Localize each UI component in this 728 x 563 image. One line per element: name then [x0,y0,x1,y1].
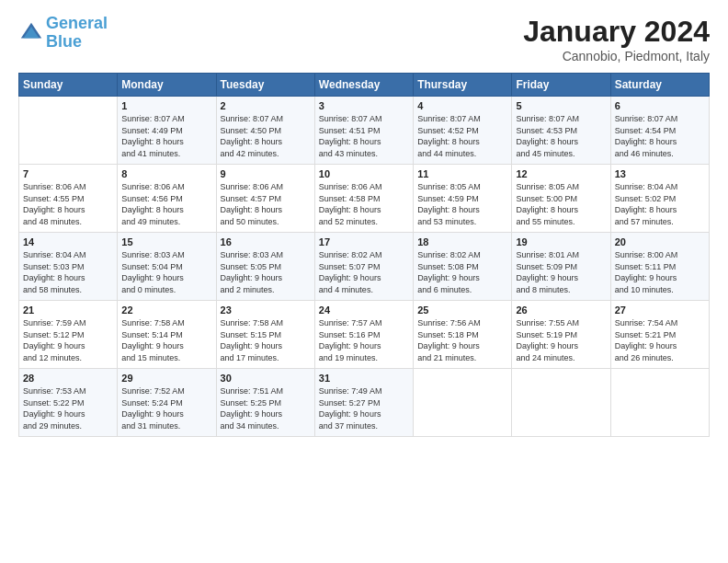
header: General Blue January 2024 Cannobio, Pied… [18,15,710,63]
calendar-cell: 10Sunrise: 8:06 AM Sunset: 4:58 PM Dayli… [314,165,413,233]
calendar-cell: 26Sunrise: 7:55 AM Sunset: 5:19 PM Dayli… [512,301,610,369]
week-row-2: 7Sunrise: 8:06 AM Sunset: 4:55 PM Daylig… [19,165,710,233]
day-info: Sunrise: 7:49 AM Sunset: 5:27 PM Dayligh… [319,385,409,431]
week-row-5: 28Sunrise: 7:53 AM Sunset: 5:22 PM Dayli… [19,369,710,437]
day-number: 19 [516,236,606,247]
day-number: 28 [23,373,113,384]
day-number: 3 [319,100,409,111]
header-cell-tuesday: Tuesday [216,74,314,97]
calendar-cell: 6Sunrise: 8:07 AM Sunset: 4:54 PM Daylig… [610,97,709,165]
day-info: Sunrise: 8:07 AM Sunset: 4:50 PM Dayligh… [221,113,311,159]
day-info: Sunrise: 8:05 AM Sunset: 4:59 PM Dayligh… [417,181,507,227]
day-number: 9 [221,168,311,179]
calendar-cell: 25Sunrise: 7:56 AM Sunset: 5:18 PM Dayli… [414,301,512,369]
location: Cannobio, Piedmont, Italy [523,49,710,63]
calendar-cell: 17Sunrise: 8:02 AM Sunset: 5:07 PM Dayli… [314,233,413,301]
calendar-header: SundayMondayTuesdayWednesdayThursdayFrid… [19,74,710,97]
day-info: Sunrise: 7:57 AM Sunset: 5:16 PM Dayligh… [319,317,409,363]
day-number: 20 [615,236,705,247]
day-number: 13 [615,168,705,179]
calendar-cell: 9Sunrise: 8:06 AM Sunset: 4:57 PM Daylig… [216,165,314,233]
calendar-cell [610,369,709,437]
calendar-cell: 20Sunrise: 8:00 AM Sunset: 5:11 PM Dayli… [610,233,709,301]
logo-line1: General [46,14,108,32]
day-info: Sunrise: 7:58 AM Sunset: 5:15 PM Dayligh… [221,317,311,363]
header-cell-friday: Friday [512,74,610,97]
calendar-body: 1Sunrise: 8:07 AM Sunset: 4:49 PM Daylig… [19,97,710,437]
calendar-cell: 30Sunrise: 7:51 AM Sunset: 5:25 PM Dayli… [216,369,314,437]
day-number: 11 [417,168,507,179]
day-info: Sunrise: 7:53 AM Sunset: 5:22 PM Dayligh… [23,385,113,431]
day-info: Sunrise: 8:05 AM Sunset: 5:00 PM Dayligh… [516,181,606,227]
calendar-cell: 19Sunrise: 8:01 AM Sunset: 5:09 PM Dayli… [512,233,610,301]
calendar-cell: 12Sunrise: 8:05 AM Sunset: 5:00 PM Dayli… [512,165,610,233]
calendar-cell: 15Sunrise: 8:03 AM Sunset: 5:04 PM Dayli… [118,233,216,301]
day-info: Sunrise: 8:02 AM Sunset: 5:07 PM Dayligh… [319,249,409,295]
calendar-cell: 11Sunrise: 8:05 AM Sunset: 4:59 PM Dayli… [414,165,512,233]
calendar-cell: 29Sunrise: 7:52 AM Sunset: 5:24 PM Dayli… [118,369,216,437]
day-number: 27 [615,304,705,316]
day-info: Sunrise: 7:55 AM Sunset: 5:19 PM Dayligh… [516,317,606,363]
day-info: Sunrise: 8:03 AM Sunset: 5:04 PM Dayligh… [121,249,211,295]
calendar-cell [19,97,118,165]
calendar-cell: 2Sunrise: 8:07 AM Sunset: 4:50 PM Daylig… [216,97,314,165]
day-info: Sunrise: 8:07 AM Sunset: 4:53 PM Dayligh… [516,113,606,159]
day-number: 16 [221,236,311,247]
logo-text: General Blue [46,15,108,52]
day-info: Sunrise: 8:06 AM Sunset: 4:55 PM Dayligh… [23,181,113,227]
day-info: Sunrise: 8:01 AM Sunset: 5:09 PM Dayligh… [516,249,606,295]
calendar-cell: 8Sunrise: 8:06 AM Sunset: 4:56 PM Daylig… [118,165,216,233]
logo-icon [18,20,44,46]
day-info: Sunrise: 7:51 AM Sunset: 5:25 PM Dayligh… [221,385,311,431]
day-number: 18 [417,236,507,247]
day-info: Sunrise: 8:00 AM Sunset: 5:11 PM Dayligh… [615,249,705,295]
calendar-cell: 21Sunrise: 7:59 AM Sunset: 5:12 PM Dayli… [19,301,118,369]
day-number: 10 [319,168,409,179]
calendar-cell: 7Sunrise: 8:06 AM Sunset: 4:55 PM Daylig… [19,165,118,233]
day-info: Sunrise: 8:07 AM Sunset: 4:54 PM Dayligh… [615,113,705,159]
calendar-cell: 13Sunrise: 8:04 AM Sunset: 5:02 PM Dayli… [610,165,709,233]
calendar-cell: 23Sunrise: 7:58 AM Sunset: 5:15 PM Dayli… [216,301,314,369]
day-number: 30 [221,373,311,384]
day-info: Sunrise: 8:06 AM Sunset: 4:57 PM Dayligh… [221,181,311,227]
calendar-cell: 27Sunrise: 7:54 AM Sunset: 5:21 PM Dayli… [610,301,709,369]
day-info: Sunrise: 8:06 AM Sunset: 4:58 PM Dayligh… [319,181,409,227]
day-number: 7 [23,168,113,179]
calendar-cell: 31Sunrise: 7:49 AM Sunset: 5:27 PM Dayli… [314,369,413,437]
title-block: January 2024 Cannobio, Piedmont, Italy [523,15,710,63]
day-info: Sunrise: 8:06 AM Sunset: 4:56 PM Dayligh… [121,181,211,227]
calendar-cell: 16Sunrise: 8:03 AM Sunset: 5:05 PM Dayli… [216,233,314,301]
day-number: 23 [221,304,311,316]
day-number: 26 [516,304,606,316]
day-info: Sunrise: 8:02 AM Sunset: 5:08 PM Dayligh… [417,249,507,295]
day-number: 8 [121,168,211,179]
day-number: 17 [319,236,409,247]
calendar-cell [414,369,512,437]
calendar-cell: 22Sunrise: 7:58 AM Sunset: 5:14 PM Dayli… [118,301,216,369]
day-number: 2 [221,100,311,111]
day-number: 4 [417,100,507,111]
calendar-cell: 1Sunrise: 8:07 AM Sunset: 4:49 PM Daylig… [118,97,216,165]
day-info: Sunrise: 7:54 AM Sunset: 5:21 PM Dayligh… [615,317,705,363]
day-number: 25 [417,304,507,316]
day-info: Sunrise: 7:56 AM Sunset: 5:18 PM Dayligh… [417,317,507,363]
header-cell-wednesday: Wednesday [314,74,413,97]
header-row: SundayMondayTuesdayWednesdayThursdayFrid… [19,74,710,97]
day-number: 12 [516,168,606,179]
day-number: 24 [319,304,409,316]
page: General Blue January 2024 Cannobio, Pied… [0,0,728,446]
header-cell-sunday: Sunday [19,74,118,97]
header-cell-monday: Monday [118,74,216,97]
month-title: January 2024 [523,15,710,49]
calendar-table: SundayMondayTuesdayWednesdayThursdayFrid… [18,73,710,437]
week-row-4: 21Sunrise: 7:59 AM Sunset: 5:12 PM Dayli… [19,301,710,369]
day-number: 15 [121,236,211,247]
day-number: 6 [615,100,705,111]
day-info: Sunrise: 8:04 AM Sunset: 5:03 PM Dayligh… [23,249,113,295]
calendar-cell: 18Sunrise: 8:02 AM Sunset: 5:08 PM Dayli… [414,233,512,301]
day-info: Sunrise: 8:04 AM Sunset: 5:02 PM Dayligh… [615,181,705,227]
day-number: 5 [516,100,606,111]
day-number: 31 [319,373,409,384]
calendar-cell: 24Sunrise: 7:57 AM Sunset: 5:16 PM Dayli… [314,301,413,369]
day-info: Sunrise: 7:58 AM Sunset: 5:14 PM Dayligh… [121,317,211,363]
